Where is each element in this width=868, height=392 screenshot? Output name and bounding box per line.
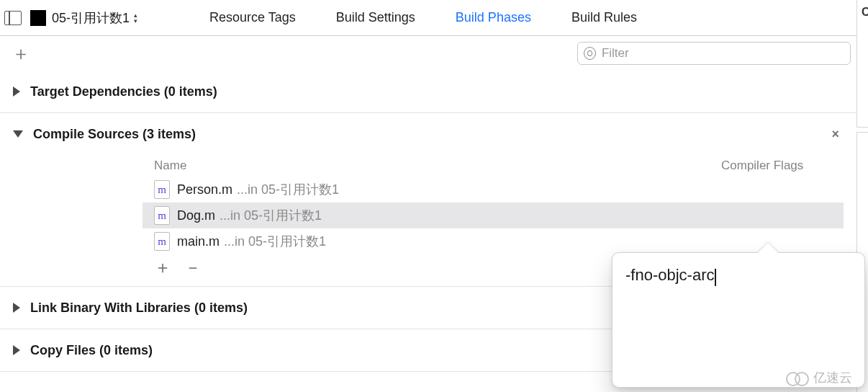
- target-switcher-icon[interactable]: ▴ ▾: [134, 12, 137, 24]
- column-name[interactable]: Name: [154, 159, 721, 173]
- file-path: ...in 05-引用计数1: [237, 181, 339, 198]
- target-name[interactable]: 05-引用计数1: [52, 9, 130, 27]
- tab-build-phases[interactable]: Build Phases: [456, 10, 531, 25]
- objc-m-file-icon: [154, 206, 170, 225]
- filter-field[interactable]: [577, 42, 851, 65]
- file-name: main.m: [177, 234, 220, 249]
- file-row[interactable]: Person.m ...in 05-引用计数1: [143, 177, 844, 202]
- disclosure-right-icon: [13, 345, 20, 355]
- tab-build-settings[interactable]: Build Settings: [336, 10, 415, 25]
- file-row[interactable]: Dog.m ...in 05-引用计数1: [143, 202, 844, 228]
- watermark: 亿速云: [786, 369, 852, 386]
- tab-build-rules[interactable]: Build Rules: [571, 10, 637, 25]
- watermark-text: 亿速云: [813, 369, 852, 386]
- remove-file-button[interactable]: －: [184, 256, 202, 279]
- disclosure-right-icon: [13, 86, 20, 97]
- objc-m-file-icon: [154, 232, 170, 251]
- section-title: Compile Sources (3 items): [33, 127, 196, 142]
- add-file-button[interactable]: ＋: [154, 256, 171, 279]
- objc-m-file-icon: [154, 180, 170, 199]
- text-caret: [715, 269, 716, 286]
- file-path: ...in 05-引用计数1: [220, 207, 322, 224]
- panel-toggle-icon[interactable]: [4, 11, 22, 25]
- editor-tabs: Resource Tags Build Settings Build Phase…: [209, 10, 637, 25]
- file-path: ...in 05-引用计数1: [224, 233, 326, 250]
- cloud-icon: [786, 370, 810, 385]
- compile-sources-columns: Name Compiler Flags: [13, 155, 844, 177]
- file-name: Dog.m: [177, 208, 215, 223]
- disclosure-right-icon: [13, 303, 20, 313]
- compiler-flags-popover[interactable]: -fno-objc-arc: [612, 252, 865, 388]
- section-title: Target Dependencies (0 items): [30, 84, 217, 99]
- compiler-flags-input[interactable]: -fno-objc-arc: [625, 266, 714, 284]
- section-header-compile-sources[interactable]: Compile Sources (3 items) ×: [13, 113, 844, 155]
- section-header-target-dependencies[interactable]: Target Dependencies (0 items): [13, 71, 844, 112]
- tab-resource-tags[interactable]: Resource Tags: [209, 10, 296, 25]
- file-name: Person.m: [177, 182, 232, 197]
- section-title: Link Binary With Libraries (0 items): [30, 300, 248, 316]
- file-row[interactable]: main.m ...in 05-引用计数1: [143, 228, 844, 254]
- add-phase-button[interactable]: ＋: [6, 40, 36, 68]
- disclosure-down-icon: [13, 130, 23, 138]
- filter-input[interactable]: [602, 46, 844, 61]
- phases-subbar: ＋: [0, 36, 856, 71]
- remove-phase-button[interactable]: ×: [831, 127, 839, 142]
- editor-toolbar: 05-引用计数1 ▴ ▾ Resource Tags Build Setting…: [0, 0, 856, 36]
- column-compiler-flags[interactable]: Compiler Flags: [721, 159, 844, 173]
- section-target-dependencies: Target Dependencies (0 items): [0, 71, 856, 113]
- section-title: Copy Files (0 items): [30, 343, 153, 358]
- scope-icon: [584, 47, 596, 60]
- target-type-icon: [30, 10, 46, 26]
